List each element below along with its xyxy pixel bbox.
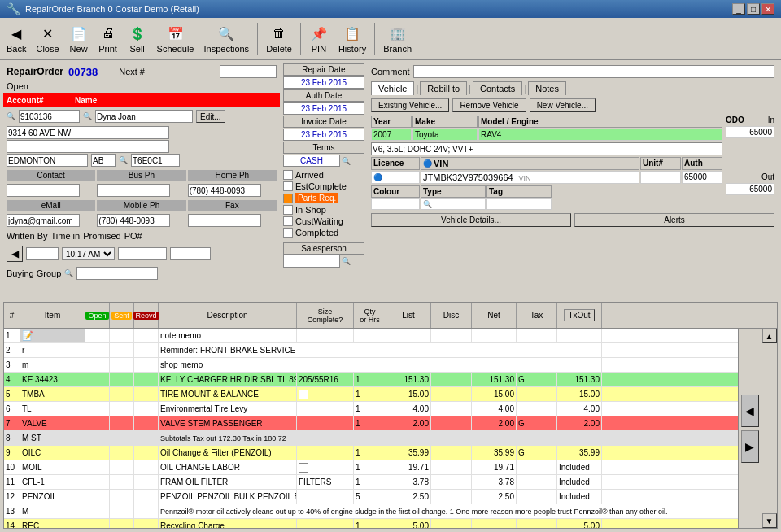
vehicle-details-button[interactable]: Vehicle Details... — [371, 213, 571, 227]
scroll-down-button[interactable]: ▼ — [762, 513, 777, 528]
close-button[interactable]: ✕ — [761, 3, 774, 15]
arrived-checkbox[interactable] — [283, 170, 293, 180]
maximize-button[interactable]: □ — [747, 3, 760, 15]
year-cell: 2007 — [371, 129, 412, 141]
inspections-button[interactable]: 🔍 Inspections — [200, 22, 252, 55]
province-input[interactable] — [91, 154, 116, 167]
list-cell: 2.00 — [386, 416, 431, 430]
magnifier-icon: 🔍 — [7, 112, 15, 120]
fax-input[interactable] — [188, 214, 261, 227]
address-line1-input[interactable] — [7, 126, 169, 139]
parts-req-checkbox[interactable] — [283, 194, 293, 203]
comment-input[interactable] — [413, 65, 774, 78]
net-cell: 4.00 — [472, 402, 517, 416]
postal-input[interactable] — [131, 154, 180, 167]
net-cell: 2.50 — [472, 490, 517, 504]
checkbox[interactable] — [299, 463, 308, 473]
scroll-left[interactable]: ◀ — [7, 246, 23, 262]
desc-cell: PENZOIL PENZOIL BULK PENZOIL BULK SAE 5W… — [159, 490, 297, 504]
contacts-tab[interactable]: Contacts — [473, 81, 522, 95]
buying-group-input[interactable] — [76, 267, 158, 280]
row-num: 14 — [4, 519, 20, 528]
net-cell — [472, 519, 517, 528]
next-number-input[interactable] — [220, 65, 277, 78]
time-select[interactable]: 10:17 AM — [62, 247, 115, 260]
minimize-button[interactable]: _ — [732, 3, 745, 15]
name-search-icon: 🔍 — [83, 112, 92, 120]
branch-button[interactable]: 🏢 Branch — [380, 22, 415, 55]
next-page-button[interactable]: ▶ — [741, 430, 759, 463]
print-button[interactable]: 🖨 Print — [95, 22, 121, 55]
prev-page-button[interactable]: ◀ — [741, 395, 759, 427]
nav-arrows: ◀ ▶ — [738, 329, 761, 528]
time-in-label: Time in — [51, 231, 81, 241]
new-button[interactable]: 📄 New — [66, 22, 92, 55]
txout-header[interactable]: TxOut — [557, 303, 602, 328]
scroll-up-button[interactable]: ▲ — [762, 329, 777, 343]
history-button[interactable]: 📋 History — [335, 22, 369, 55]
table-row: 4 KE 34423 KELLY CHARGER HR DIR SBL TL 8… — [4, 373, 777, 387]
email-data-row — [3, 213, 280, 228]
remove-vehicle-button[interactable]: Remove Vehicle — [452, 98, 526, 112]
desc-cell: shop memo — [159, 358, 602, 372]
edit-button[interactable]: Edit... — [196, 110, 225, 123]
desc-cell: Reminder: FRONT BRAKE SERVICE — [159, 343, 602, 357]
repair-date-label: Repair Date — [283, 63, 364, 76]
toolbar: ◀ Back ✕ Close 📄 New 🖨 Print 💲 Sell 📅 Sc… — [0, 18, 781, 60]
odo-out-header: Out — [726, 172, 774, 181]
email-input[interactable] — [7, 214, 80, 227]
account-number-input[interactable] — [19, 110, 80, 123]
pin-button[interactable]: 📌 PIN — [306, 22, 332, 55]
terms-value[interactable]: CASH — [283, 155, 340, 167]
table-row: 12 PENZOIL PENZOIL PENZOIL BULK PENZOIL … — [4, 490, 777, 504]
vehicle-tab[interactable]: Vehicle — [371, 81, 414, 95]
odo-spacer2 — [726, 156, 774, 171]
open-cell — [85, 446, 110, 460]
schedule-button[interactable]: 📅 Schedule — [154, 22, 198, 55]
written-by-input[interactable] — [26, 247, 59, 260]
make-cell: Toyota — [412, 129, 478, 141]
cust-waiting-checkbox[interactable] — [283, 216, 293, 226]
list-cell: 3.78 — [386, 475, 431, 489]
alerts-button[interactable]: Alerts — [574, 213, 774, 227]
row-num: 9 — [4, 446, 20, 460]
desc-cell: Environmental Tire Levy — [159, 402, 297, 416]
salesperson-input[interactable] — [283, 255, 340, 268]
contact-input[interactable] — [7, 184, 80, 197]
repair-date-value[interactable]: 23 Feb 2015 — [283, 76, 364, 89]
row-num: 3 — [4, 358, 20, 372]
checkbox[interactable] — [299, 390, 308, 399]
busph-input[interactable] — [97, 184, 170, 197]
inspections-icon: 🔍 — [216, 24, 236, 43]
qty-cell: 1 — [354, 475, 386, 489]
sell-button[interactable]: 💲 Sell — [124, 22, 151, 55]
completed-checkbox[interactable] — [283, 228, 293, 238]
notes-tab[interactable]: Notes — [528, 81, 566, 95]
in-shop-checkbox[interactable] — [283, 205, 293, 215]
auth-date-value[interactable]: 23 Feb 2015 — [283, 102, 364, 115]
size-cell — [297, 446, 354, 460]
promised-input[interactable] — [118, 247, 167, 260]
invoice-date-value[interactable]: 23 Feb 2015 — [283, 129, 364, 141]
po-input[interactable] — [170, 247, 211, 260]
vehicle-tabs-row: Vehicle | Rebill to | Contacts | Notes | — [368, 81, 778, 95]
delete-button[interactable]: 🗑 Delete — [263, 22, 295, 55]
existing-vehicle-button[interactable]: Existing Vehicle... — [371, 98, 449, 112]
homeph-input[interactable] — [188, 184, 261, 197]
rebill-to-tab[interactable]: Rebill to — [420, 81, 467, 95]
est-complete-checkbox[interactable] — [283, 181, 293, 191]
txout-button[interactable]: TxOut — [564, 309, 594, 321]
address-line2-input[interactable] — [7, 140, 169, 153]
new-vehicle-button[interactable]: New Vehicle... — [530, 98, 596, 112]
terms-row: CASH 🔍 — [283, 155, 364, 167]
city-input[interactable] — [7, 154, 88, 167]
account-name-input[interactable] — [95, 110, 193, 123]
close-toolbar-button[interactable]: ✕ Close — [33, 22, 62, 55]
qty-cell: 1 — [354, 519, 386, 528]
mobile-input[interactable] — [97, 214, 170, 227]
back-button[interactable]: ◀ Back — [3, 22, 29, 55]
parts-req-status: Parts Req. — [283, 192, 364, 204]
type-cell: 🔍 — [421, 198, 486, 210]
open-cell — [85, 490, 110, 504]
engine-input[interactable] — [371, 142, 722, 155]
